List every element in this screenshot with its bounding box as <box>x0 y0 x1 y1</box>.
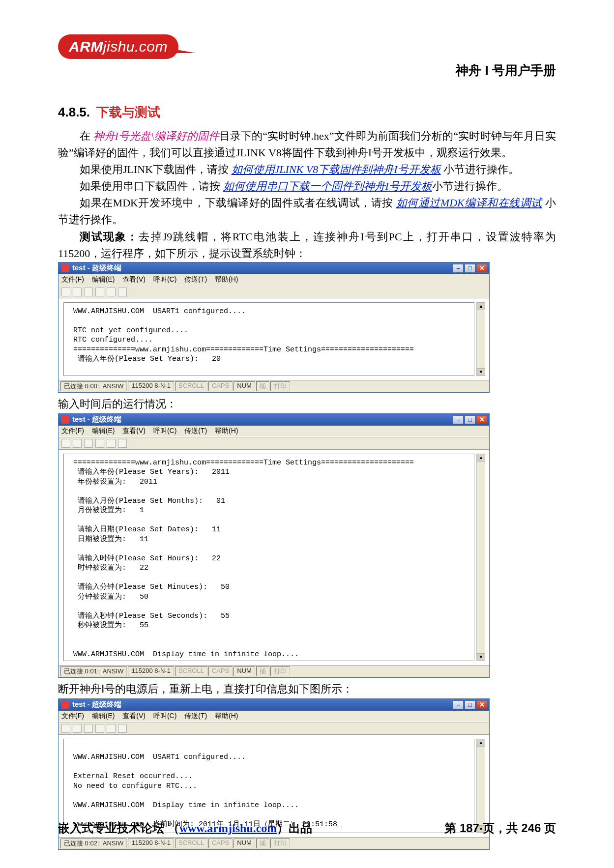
p2-prefix: 如果使用JLINK下载固件，请按 <box>80 163 232 175</box>
status-cap: 捕 <box>256 381 269 391</box>
close-button[interactable]: ✕ <box>476 415 487 424</box>
status-scroll: SCROLL <box>175 666 207 676</box>
window-title-text: test - 超级终端 <box>72 700 121 709</box>
app-icon <box>61 416 69 424</box>
window-title-text: test - 超级终端 <box>72 415 121 424</box>
tool-disconnect-icon[interactable] <box>95 439 104 448</box>
status-num: NUM <box>234 839 255 848</box>
status-conn: 已连接 0:02:: ANSIW <box>60 839 127 848</box>
menu-edit[interactable]: 编辑(E) <box>92 275 115 283</box>
p3-link[interactable]: 如何使用串口下载一个固件到神舟I号开发板 <box>223 180 432 192</box>
footer-link[interactable]: www.armjishu.com <box>179 822 277 835</box>
menu-transfer[interactable]: 传送(T) <box>184 712 207 720</box>
menu-call[interactable]: 呼叫(C) <box>153 427 176 434</box>
tool-open-icon[interactable] <box>73 439 82 448</box>
menu-help[interactable]: 帮助(H) <box>215 712 238 720</box>
status-conn: 已连接 0:01:: ANSIW <box>60 666 127 676</box>
p2-link[interactable]: 如何使用JLINK V8下载固件到神舟I号开发板 <box>232 163 441 175</box>
scroll-up-icon[interactable]: ▲ <box>477 739 485 747</box>
status-print: 打印 <box>270 839 290 848</box>
footer-left-post: ）出品 <box>277 821 312 835</box>
tool-new-icon[interactable] <box>61 439 70 448</box>
statusbar: 已连接 0:01:: ANSIW 115200 8-N-1 SCROLL CAP… <box>58 665 489 677</box>
terminal-output[interactable]: WWW.ARMJISHU.COM USART1 configured.... E… <box>63 739 474 833</box>
tool-open-icon[interactable] <box>73 288 82 296</box>
scroll-down-icon[interactable]: ▼ <box>477 368 485 376</box>
footer-left-pre: 嵌入式专业技术论坛 （ <box>58 821 179 835</box>
logo-tail <box>172 49 199 53</box>
close-button[interactable]: ✕ <box>476 700 487 709</box>
menubar: 文件(F) 编辑(E) 查看(V) 呼叫(C) 传送(T) 帮助(H) <box>58 426 489 437</box>
p3-prefix: 如果使用串口下载固件，请按 <box>80 180 223 192</box>
scrollbar[interactable]: ▲ ▼ <box>476 302 485 376</box>
window-title-text: test - 超级终端 <box>72 263 121 273</box>
tool-connect-icon[interactable] <box>84 439 93 448</box>
terminal-output[interactable]: WWW.ARMJISHU.COM USART1 configured.... R… <box>63 302 474 376</box>
tool-props-icon[interactable] <box>118 724 127 733</box>
maximize-button[interactable]: □ <box>465 415 475 424</box>
scrollbar[interactable]: ▲ ▼ <box>476 454 485 661</box>
status-print: 打印 <box>270 666 290 676</box>
logo-bold: ARM <box>69 38 103 55</box>
status-num: NUM <box>234 381 255 391</box>
tool-connect-icon[interactable] <box>84 288 93 296</box>
status-caps: CAPS <box>208 381 233 391</box>
menu-edit[interactable]: 编辑(E) <box>92 427 115 434</box>
tool-connect-icon[interactable] <box>84 724 93 733</box>
tool-new-icon[interactable] <box>61 724 70 733</box>
menu-view[interactable]: 查看(V) <box>122 275 146 283</box>
menu-help[interactable]: 帮助(H) <box>215 427 238 434</box>
tool-new-icon[interactable] <box>61 288 70 296</box>
tool-props-icon[interactable] <box>118 288 127 296</box>
menu-call[interactable]: 呼叫(C) <box>153 712 176 720</box>
maximize-button[interactable]: □ <box>465 264 475 273</box>
titlebar[interactable]: test - 超级终端 – □ ✕ <box>58 699 489 711</box>
scroll-up-icon[interactable]: ▲ <box>477 302 485 310</box>
menu-view[interactable]: 查看(V) <box>122 712 146 720</box>
terminal-output[interactable]: ==============www.armjishu.com==========… <box>63 454 474 661</box>
logo-thin: jishu.com <box>103 38 168 55</box>
terminal-window-2: test - 超级终端 – □ ✕ 文件(F) 编辑(E) 查看(V) 呼叫(C… <box>58 413 490 678</box>
tool-send-icon[interactable] <box>107 439 116 448</box>
menu-edit[interactable]: 编辑(E) <box>92 712 115 720</box>
tool-disconnect-icon[interactable] <box>95 724 104 733</box>
menu-call[interactable]: 呼叫(C) <box>153 275 176 283</box>
tool-send-icon[interactable] <box>107 724 116 733</box>
menu-view[interactable]: 查看(V) <box>122 427 146 434</box>
p5-label: 测试现象： <box>80 231 139 243</box>
footer-pagenum: 第 187 页，共 246 页 <box>444 820 556 836</box>
tool-disconnect-icon[interactable] <box>95 288 104 296</box>
minimize-button[interactable]: – <box>453 415 464 424</box>
status-scroll: SCROLL <box>175 839 207 848</box>
menu-transfer[interactable]: 传送(T) <box>184 275 207 283</box>
titlebar[interactable]: test - 超级终端 – □ ✕ <box>58 262 489 274</box>
toolbar <box>58 286 489 298</box>
titlebar[interactable]: test - 超级终端 – □ ✕ <box>58 414 489 426</box>
close-button[interactable]: ✕ <box>476 264 487 273</box>
menu-file[interactable]: 文件(F) <box>61 427 84 434</box>
status-caps: CAPS <box>208 839 233 848</box>
tool-props-icon[interactable] <box>118 439 127 448</box>
minimize-button[interactable]: – <box>453 700 464 709</box>
app-icon <box>61 701 69 709</box>
menubar: 文件(F) 编辑(E) 查看(V) 呼叫(C) 传送(T) 帮助(H) <box>58 274 489 286</box>
status-cap: 捕 <box>256 666 269 676</box>
scroll-up-icon[interactable]: ▲ <box>477 454 485 462</box>
tool-send-icon[interactable] <box>107 288 116 296</box>
menu-file[interactable]: 文件(F) <box>61 275 84 283</box>
p4-prefix: 如果在MDK开发环境中，下载编译好的固件或者在线调试，请按 <box>80 197 396 209</box>
menu-help[interactable]: 帮助(H) <box>215 275 238 283</box>
scroll-down-icon[interactable]: ▼ <box>477 653 485 661</box>
scrollbar[interactable]: ▲ ▼ <box>476 739 485 833</box>
tool-open-icon[interactable] <box>73 724 82 733</box>
status-conn: 已连接 0:00:: ANSIW <box>60 381 127 391</box>
menubar: 文件(F) 编辑(E) 查看(V) 呼叫(C) 传送(T) 帮助(H) <box>58 711 489 722</box>
p4-link[interactable]: 如何通过MDK编译和在线调试 <box>396 197 542 209</box>
menu-transfer[interactable]: 传送(T) <box>184 427 207 434</box>
section-heading: 4.8.5. 下载与测试 <box>58 104 556 121</box>
maximize-button[interactable]: □ <box>465 700 475 709</box>
toolbar <box>58 437 489 450</box>
menu-file[interactable]: 文件(F) <box>61 712 84 720</box>
minimize-button[interactable]: – <box>453 264 464 273</box>
status-cap: 捕 <box>256 839 269 848</box>
